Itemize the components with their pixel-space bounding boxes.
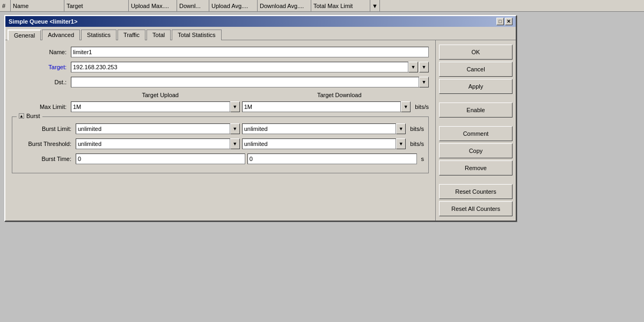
col-upload-max: Upload Max.... bbox=[129, 0, 177, 11]
col-download: Downl... bbox=[177, 0, 209, 11]
burst-threshold-unit: bits/s bbox=[408, 141, 424, 147]
name-label: Name: bbox=[12, 49, 71, 55]
tab-traffic[interactable]: Traffic bbox=[118, 30, 145, 40]
col-number: # bbox=[0, 0, 11, 11]
col-download-avg: Download Avg.... bbox=[258, 0, 311, 11]
burst-legend: ▲ Burst bbox=[17, 113, 42, 119]
reset-counters-button[interactable]: Reset Counters bbox=[439, 184, 513, 199]
burst-limit-download-btn[interactable]: ▼ bbox=[396, 123, 406, 134]
burst-time-download-wrap bbox=[247, 153, 417, 164]
tab-advanced[interactable]: Advanced bbox=[42, 30, 80, 40]
target-input-wrap: ▼ ▼ bbox=[71, 62, 429, 72]
target-label: Target: bbox=[12, 64, 71, 70]
burst-threshold-inputs: ▼ ▼ bits/s bbox=[76, 138, 424, 149]
col-target: Target bbox=[64, 0, 129, 11]
dst-input-wrap: ▼ bbox=[71, 77, 429, 87]
max-limit-upload-wrap: ▼ bbox=[71, 101, 240, 112]
max-limit-download-wrap: ▼ bbox=[242, 101, 411, 112]
burst-threshold-upload-input[interactable] bbox=[76, 138, 230, 149]
form-panel: Name: Target: ▼ ▼ Dst.: ▼ bbox=[5, 40, 435, 221]
dst-input[interactable] bbox=[71, 77, 419, 87]
burst-time-inputs: s bbox=[76, 153, 424, 164]
burst-threshold-row: Burst Threshold: ▼ ▼ bits/s bbox=[17, 138, 424, 149]
name-input[interactable] bbox=[71, 47, 429, 57]
burst-limit-download-input[interactable] bbox=[242, 123, 397, 134]
burst-limit-inputs: ▼ ▼ bits/s bbox=[76, 123, 424, 134]
burst-time-row: Burst Time: s bbox=[17, 153, 424, 164]
close-button[interactable]: ✕ bbox=[505, 18, 513, 25]
table-header: # Name Target Upload Max.... Downl... Up… bbox=[0, 0, 644, 12]
col-headers: Target Upload Target Download bbox=[12, 92, 429, 98]
burst-threshold-label: Burst Threshold: bbox=[17, 141, 76, 147]
upload-header: Target Upload bbox=[71, 92, 250, 98]
dst-label: Dst.: bbox=[12, 79, 71, 85]
burst-threshold-download-input[interactable] bbox=[242, 138, 397, 149]
burst-limit-row: Burst Limit: ▼ ▼ bits/s bbox=[17, 123, 424, 134]
cancel-button[interactable]: Cancel bbox=[439, 62, 513, 77]
name-row: Name: bbox=[12, 47, 429, 57]
ok-button[interactable]: OK bbox=[439, 45, 513, 60]
burst-time-upload-wrap bbox=[76, 153, 245, 164]
max-limit-label: Max Limit: bbox=[12, 104, 71, 110]
burst-limit-upload-wrap: ▼ bbox=[76, 123, 240, 134]
tab-total-statistics[interactable]: Total Statistics bbox=[172, 30, 221, 40]
tab-statistics[interactable]: Statistics bbox=[81, 30, 116, 40]
dst-dropdown-btn[interactable]: ▼ bbox=[419, 77, 429, 87]
burst-time-label: Burst Time: bbox=[17, 156, 76, 162]
burst-time-unit: s bbox=[419, 156, 425, 162]
enable-button[interactable]: Enable bbox=[439, 103, 513, 118]
content-area: Name: Target: ▼ ▼ Dst.: ▼ bbox=[5, 40, 516, 221]
max-limit-download-btn[interactable]: ▼ bbox=[401, 101, 411, 112]
burst-limit-download-wrap: ▼ bbox=[242, 123, 406, 134]
max-limit-unit: bits/s bbox=[413, 104, 429, 110]
burst-time-upload-input[interactable] bbox=[76, 153, 245, 164]
target-input[interactable] bbox=[71, 62, 408, 72]
max-limit-row: Max Limit: ▼ ▼ bits/s bbox=[12, 101, 429, 112]
burst-limit-unit: bits/s bbox=[408, 126, 424, 132]
button-panel: OK Cancel Apply Enable Comment Copy Remo… bbox=[435, 40, 516, 221]
burst-limit-label: Burst Limit: bbox=[17, 126, 76, 132]
remove-button[interactable]: Remove bbox=[439, 160, 513, 175]
burst-threshold-download-btn[interactable]: ▼ bbox=[396, 138, 406, 149]
reset-all-counters-button[interactable]: Reset All Counters bbox=[439, 201, 513, 216]
title-bar-controls: □ ✕ bbox=[496, 18, 513, 25]
simple-queue-dialog: Simple Queue <limiter1> □ ✕ General Adva… bbox=[4, 15, 517, 222]
target-down-btn[interactable]: ▼ bbox=[419, 62, 429, 72]
minimize-button[interactable]: □ bbox=[496, 18, 504, 25]
col-upload-avg: Upload Avg.... bbox=[209, 0, 258, 11]
burst-threshold-upload-wrap: ▼ bbox=[76, 138, 240, 149]
title-bar: Simple Queue <limiter1> □ ✕ bbox=[5, 16, 516, 27]
max-limit-upload-input[interactable] bbox=[71, 101, 230, 112]
burst-toggle[interactable]: ▲ bbox=[19, 113, 24, 119]
burst-limit-upload-btn[interactable]: ▼ bbox=[230, 123, 240, 134]
tabs-row: General Advanced Statistics Traffic Tota… bbox=[5, 27, 516, 40]
col-total: Total Max Limit bbox=[311, 0, 370, 11]
dialog-title: Simple Queue <limiter1> bbox=[9, 18, 77, 25]
col-name: Name bbox=[11, 0, 64, 11]
apply-button[interactable]: Apply bbox=[439, 79, 513, 94]
burst-section: ▲ Burst Burst Limit: ▼ ▼ bbox=[12, 116, 429, 173]
tab-total[interactable]: Total bbox=[147, 30, 171, 40]
tab-general[interactable]: General bbox=[8, 30, 41, 40]
dst-row: Dst.: ▼ bbox=[12, 77, 429, 87]
burst-threshold-upload-btn[interactable]: ▼ bbox=[230, 138, 240, 149]
comment-button[interactable]: Comment bbox=[439, 126, 513, 141]
target-row: Target: ▼ ▼ bbox=[12, 62, 429, 72]
burst-label: Burst bbox=[26, 113, 40, 119]
burst-limit-upload-input[interactable] bbox=[76, 123, 230, 134]
burst-time-download-input[interactable] bbox=[247, 153, 417, 164]
copy-button[interactable]: Copy bbox=[439, 143, 513, 158]
max-limit-inputs: ▼ ▼ bits/s bbox=[71, 101, 429, 112]
burst-threshold-download-wrap: ▼ bbox=[242, 138, 406, 149]
max-limit-upload-btn[interactable]: ▼ bbox=[230, 101, 240, 112]
max-limit-download-input[interactable] bbox=[242, 101, 401, 112]
target-dropdown-btn[interactable]: ▼ bbox=[408, 62, 418, 72]
download-header: Target Download bbox=[250, 92, 429, 98]
col-sort[interactable]: ▼ bbox=[370, 0, 380, 11]
